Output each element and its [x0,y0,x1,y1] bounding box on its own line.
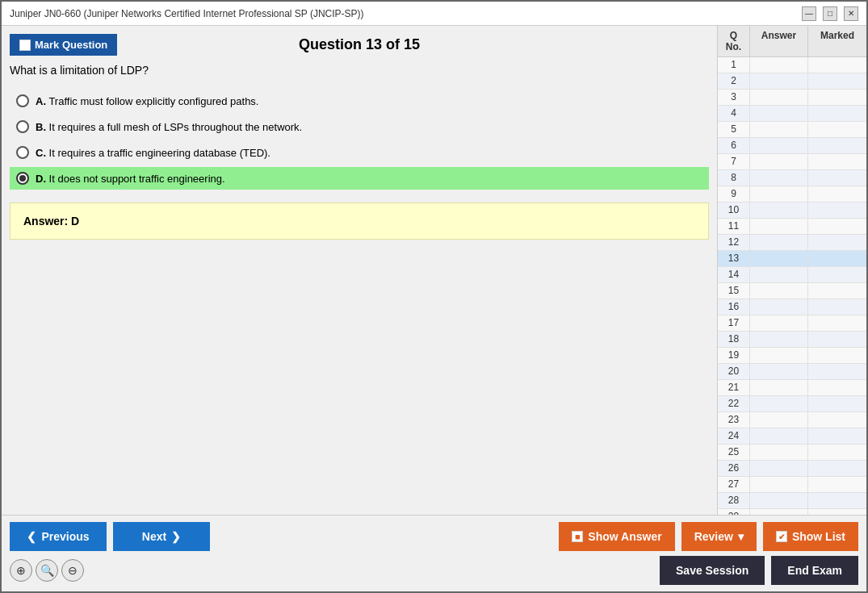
show-list-button[interactable]: ✔ Show List [763,522,858,551]
zoom-controls: ⊕ 🔍 ⊖ [10,559,84,582]
header-answer: Answer [750,26,808,56]
side-list-row[interactable]: 29 [718,509,866,515]
side-cell-marked [808,57,866,73]
side-cell-num: 6 [718,138,750,153]
side-cell-num: 11 [718,219,750,234]
side-cell-answer [750,57,808,73]
side-list-row[interactable]: 18 [718,332,866,348]
side-cell-answer [750,364,808,379]
side-cell-answer [750,396,808,411]
side-list-row[interactable]: 9 [718,186,866,203]
option-b-label: B. It requires a full mesh of LSPs throu… [36,121,302,133]
minimize-button[interactable]: — [802,6,816,21]
side-list-row[interactable]: 22 [718,396,866,412]
question-list[interactable]: 1 2 3 4 5 6 7 8 [718,57,866,515]
side-cell-marked [808,170,866,186]
side-cell-marked [808,299,866,315]
side-list-row[interactable]: 3 [718,90,866,106]
side-cell-marked [808,380,866,395]
side-cell-num: 22 [718,396,750,411]
zoom-out-button[interactable]: ⊖ [61,559,84,582]
side-list-row[interactable]: 28 [718,493,866,509]
side-list-row[interactable]: 8 [718,170,866,186]
zoom-reset-button[interactable]: 🔍 [36,559,58,582]
side-list-row[interactable]: 4 [718,106,866,122]
side-cell-marked [808,235,866,250]
toolbar: Mark Question Question 13 of 15 [10,34,709,56]
side-cell-marked [808,267,866,282]
side-cell-marked [808,186,866,202]
side-list-row[interactable]: 19 [718,348,866,364]
side-list-row[interactable]: 20 [718,364,866,380]
side-cell-marked [808,283,866,299]
side-list-row[interactable]: 24 [718,428,866,445]
side-list-row[interactable]: 27 [718,477,866,493]
arrow-left-icon [27,530,36,543]
side-cell-answer [750,219,808,234]
side-list-row[interactable]: 13 [718,251,866,267]
side-cell-answer [750,380,808,395]
side-list-row[interactable]: 2 [718,73,866,90]
side-cell-num: 18 [718,332,750,347]
side-list-row[interactable]: 25 [718,445,866,461]
side-list-row[interactable]: 17 [718,315,866,332]
end-exam-label: End Exam [787,564,842,577]
show-list-check-mark: ✔ [778,532,785,541]
maximize-button[interactable]: □ [823,6,837,21]
header-marked: Marked [808,26,866,56]
review-button[interactable]: Review ▾ [681,522,757,551]
side-cell-answer [750,332,808,347]
side-list-row[interactable]: 15 [718,283,866,299]
side-list-row[interactable]: 23 [718,412,866,428]
side-cell-marked [808,106,866,121]
side-list-row[interactable]: 26 [718,461,866,477]
end-exam-button[interactable]: End Exam [771,556,858,585]
side-cell-num: 5 [718,122,750,137]
bottom-row-1: Previous Next ■ Show Answer Review ▾ ✔ [10,522,858,551]
side-list-row[interactable]: 10 [718,203,866,219]
side-cell-num: 7 [718,154,750,169]
option-a[interactable]: A. Traffic must follow explicitly config… [10,90,709,112]
side-cell-marked [808,348,866,363]
option-d-label: D. It does not support traffic engineeri… [36,173,225,185]
side-list-row[interactable]: 7 [718,154,866,170]
show-answer-button[interactable]: ■ Show Answer [559,522,674,551]
option-b[interactable]: B. It requires a full mesh of LSPs throu… [10,115,709,138]
side-cell-num: 16 [718,299,750,315]
side-cell-num: 1 [718,57,750,73]
option-c-label: C. It requires a traffic engineering dat… [36,147,270,159]
next-button[interactable]: Next [113,522,210,551]
side-cell-num: 26 [718,461,750,476]
show-list-checkbox-icon: ✔ [776,531,787,542]
side-list-row[interactable]: 1 [718,57,866,73]
side-cell-marked [808,332,866,347]
close-button[interactable]: ✕ [844,6,858,21]
side-cell-num: 9 [718,186,750,202]
title-bar: Juniper JN0-660 (Juniper Networks Certif… [2,2,866,26]
side-list-row[interactable]: 5 [718,122,866,138]
side-cell-answer [750,106,808,121]
save-session-button[interactable]: Save Session [660,556,765,585]
side-cell-answer [750,509,808,515]
side-cell-marked [808,509,866,515]
zoom-in-button[interactable]: ⊕ [10,559,32,582]
previous-button[interactable]: Previous [10,522,107,551]
side-panel: Q No. Answer Marked 1 2 3 4 5 6 [717,26,866,515]
side-list-row[interactable]: 21 [718,380,866,396]
side-cell-answer [750,203,808,218]
option-d[interactable]: D. It does not support traffic engineeri… [10,167,709,190]
side-list-row[interactable]: 12 [718,235,866,251]
save-session-label: Save Session [676,564,748,577]
side-cell-num: 2 [718,73,750,89]
side-list-row[interactable]: 14 [718,267,866,283]
side-list-row[interactable]: 6 [718,138,866,154]
side-list-row[interactable]: 16 [718,299,866,315]
radio-c [16,146,29,159]
side-list-row[interactable]: 11 [718,219,866,235]
side-cell-num: 23 [718,412,750,428]
option-c[interactable]: C. It requires a traffic engineering dat… [10,141,709,164]
mark-question-button[interactable]: Mark Question [10,34,117,56]
side-cell-answer [750,461,808,476]
side-cell-num: 17 [718,315,750,331]
radio-d [16,172,29,185]
